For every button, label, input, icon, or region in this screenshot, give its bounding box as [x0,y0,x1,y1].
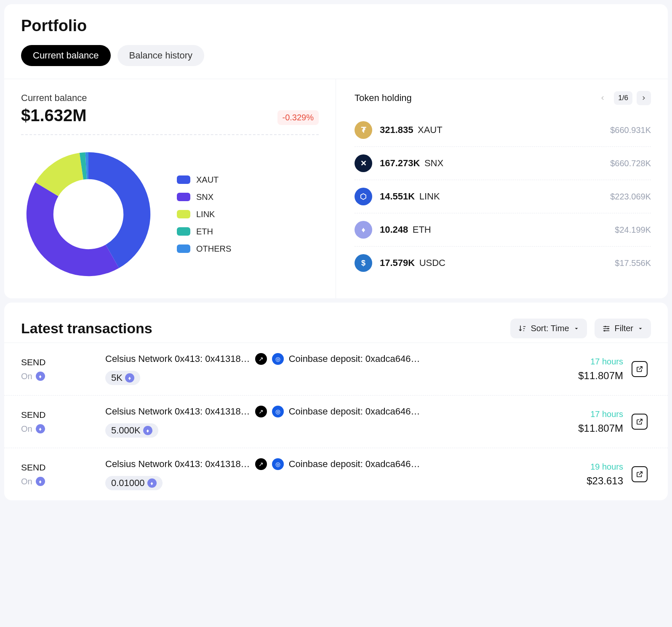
svg-point-2 [604,330,605,331]
legend-item: OTHERS [177,244,231,254]
token-symbol: LINK [419,191,440,202]
legend-label: ETH [196,227,213,236]
token-amount: 14.551K [380,191,415,202]
tx-on-label: On [21,477,32,486]
token-icon: ⬡ [355,188,372,205]
legend-item: XAUT [177,175,231,185]
token-row[interactable]: $ 17.579K USDC $17.556K [355,247,651,279]
token-symbol: SNX [424,158,443,168]
pager-prev-button[interactable] [595,91,610,105]
tx-type: SEND [21,462,97,473]
eth-icon: ♦ [125,373,134,383]
tx-time: 17 hours [573,409,623,419]
balance-change-badge: -0.329% [277,110,319,125]
tx-usd-amount: $11.807M [573,370,623,382]
legend-swatch [177,244,190,253]
tx-on-label: On [21,372,32,381]
external-link-icon [636,470,643,478]
token-row[interactable]: ✕ 167.273K SNX $660.728K [355,147,651,180]
token-value: $660.728K [610,159,651,168]
token-icon: ♦ [355,221,372,239]
legend-swatch [177,227,190,236]
holdings-title: Token holding [355,93,412,104]
chevron-left-icon [600,95,605,101]
tx-usd-amount: $11.807M [573,422,623,434]
transaction-row[interactable]: SEND On ♦ Celsius Network 0x413: 0x41318… [4,343,668,395]
token-value: $660.931K [610,125,651,135]
token-icon: $ [355,254,372,272]
arrow-out-icon: ↗ [255,353,267,365]
page-title: Portfolio [21,17,651,35]
holdings-list: ₮ 321.835 XAUT $660.931K ✕ 167.273K SNX … [355,114,651,279]
tx-destination: Coinbase deposit: 0xadca646… [289,406,420,417]
token-value: $17.556K [615,258,651,268]
token-symbol: XAUT [418,125,443,135]
pager-next-button[interactable] [637,91,651,105]
legend-label: LINK [196,210,215,219]
tx-destination: Coinbase deposit: 0xadca646… [289,459,420,470]
transactions-title: Latest transactions [21,320,152,337]
sort-button[interactable]: Sort: Time [510,319,587,338]
eth-icon: ♦ [143,426,152,435]
chevron-down-icon [637,326,643,332]
filter-label: Filter [615,324,633,333]
token-symbol: ETH [413,224,431,235]
tab-current-balance[interactable]: Current balance [21,45,111,66]
chart-legend: XAUTSNXLINKETHOTHERS [177,175,231,254]
token-amount: 10.248 [380,224,408,235]
legend-item: LINK [177,210,231,219]
sort-icon [518,324,526,333]
legend-item: ETH [177,227,231,236]
tx-time: 19 hours [573,462,623,472]
eth-icon: ♦ [147,478,157,488]
token-row[interactable]: ₮ 321.835 XAUT $660.931K [355,114,651,147]
eth-icon: ♦ [36,372,45,381]
tx-chip-value: 5K [111,372,123,383]
tx-amount-chip: 5.000K ♦ [105,423,158,438]
arrow-out-icon: ↗ [255,458,267,470]
tx-on-label: On [21,424,32,434]
chevron-right-icon [641,95,647,101]
eth-icon: ♦ [36,424,45,433]
open-external-button[interactable] [632,361,648,377]
legend-swatch [177,193,190,201]
eth-icon: ♦ [36,477,45,486]
donut-slice-snx [27,182,119,276]
filter-button[interactable]: Filter [595,319,651,338]
tx-type: SEND [21,410,97,420]
tab-balance-history[interactable]: Balance history [117,45,204,66]
arrow-out-icon: ↗ [255,406,267,417]
token-icon: ✕ [355,154,372,172]
pager-page-indicator: 1/6 [614,91,632,105]
tx-destination: Coinbase deposit: 0xadca646… [289,353,420,364]
legend-swatch [177,210,190,218]
legend-label: XAUT [196,175,219,185]
tx-chip-value: 0.01000 [111,478,145,489]
open-external-button[interactable] [632,466,648,482]
tx-amount-chip: 5K ♦ [105,371,140,385]
token-symbol: USDC [419,258,445,268]
token-row[interactable]: ♦ 10.248 ETH $24.199K [355,213,651,247]
svg-point-0 [604,326,605,327]
tx-time: 17 hours [573,357,623,367]
coinbase-icon: ◎ [272,406,284,417]
token-row[interactable]: ⬡ 14.551K LINK $223.069K [355,180,651,213]
legend-item: SNX [177,192,231,202]
external-link-icon [636,418,643,425]
legend-label: OTHERS [196,244,231,254]
transaction-row[interactable]: SEND On ♦ Celsius Network 0x413: 0x41318… [4,395,668,448]
legend-swatch [177,175,190,184]
legend-label: SNX [196,192,213,202]
tx-source: Celsius Network 0x413: 0x41318… [105,406,250,417]
open-external-button[interactable] [632,414,648,430]
tx-chip-value: 5.000K [111,425,141,436]
token-amount: 17.579K [380,258,415,268]
holdings-pager: 1/6 [595,91,651,105]
transaction-row[interactable]: SEND On ♦ Celsius Network 0x413: 0x41318… [4,448,668,500]
coinbase-icon: ◎ [272,353,284,365]
tx-amount-chip: 0.01000 ♦ [105,476,163,490]
transactions-list: SEND On ♦ Celsius Network 0x413: 0x41318… [4,343,668,500]
token-amount: 167.273K [380,158,420,168]
token-value: $24.199K [615,225,651,235]
token-value: $223.069K [610,192,651,202]
